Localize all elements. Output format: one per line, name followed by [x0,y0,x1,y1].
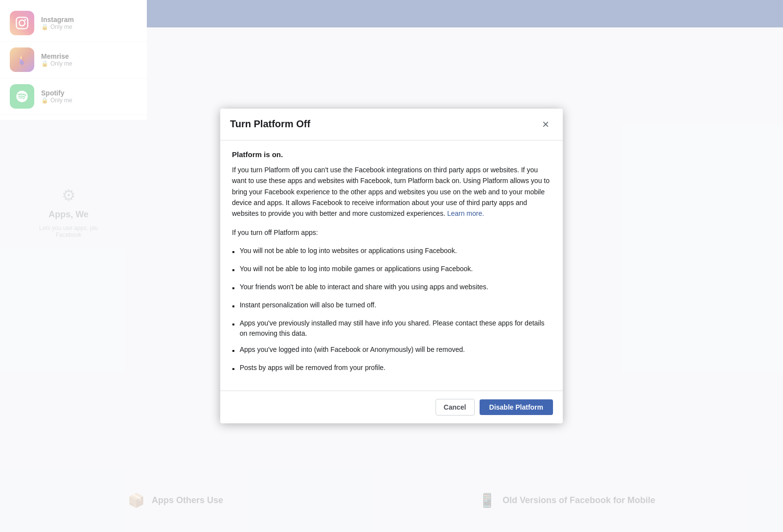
disable-platform-button[interactable]: Disable Platform [480,399,553,415]
modal-title: Turn Platform Off [230,118,310,130]
list-item: Apps you've logged into (with Facebook o… [232,345,551,357]
list-item: You will not be able to log into website… [232,246,551,258]
learn-more-link[interactable]: Learn more. [447,209,484,217]
modal-body: Platform is on. If you turn Platform off… [220,140,563,391]
platform-status-heading: Platform is on. [232,150,551,159]
turn-platform-off-modal: Turn Platform Off × Platform is on. If y… [220,109,563,423]
platform-description: If you turn Platform off you can't use t… [232,164,551,219]
modal-footer: Cancel Disable Platform [220,391,563,423]
list-item: Instant personalization will also be tur… [232,300,551,312]
list-item: Apps you've previously installed may sti… [232,318,551,339]
modal-backdrop: Turn Platform Off × Platform is on. If y… [0,0,783,532]
close-button[interactable]: × [538,116,553,132]
list-item: You will not be able to log into mobile … [232,264,551,276]
if-turn-off-intro: If you turn off Platform apps: [232,227,551,238]
modal-header: Turn Platform Off × [220,109,563,140]
bullet-list: You will not be able to log into website… [232,246,551,375]
list-item: Posts by apps will be removed from your … [232,363,551,375]
list-item: Your friends won't be able to interact a… [232,282,551,294]
cancel-button[interactable]: Cancel [436,399,475,416]
